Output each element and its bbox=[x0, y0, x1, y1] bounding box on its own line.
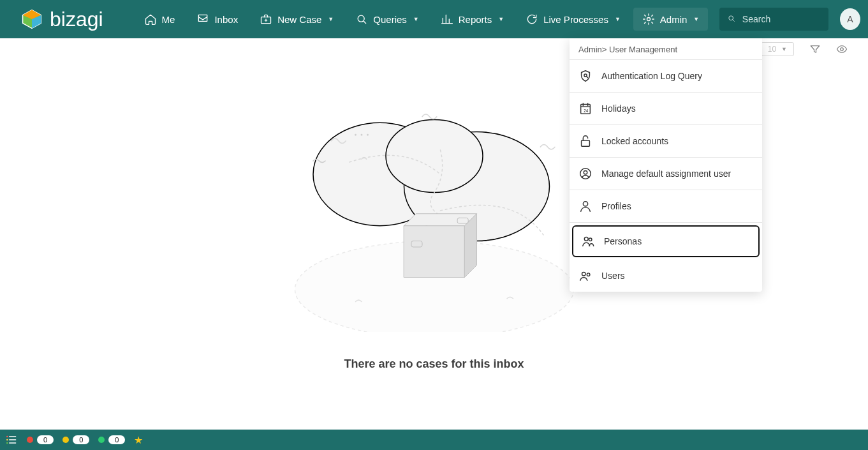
svg-point-30 bbox=[367, 134, 369, 136]
statusbar: 0 0 0 ★ bbox=[0, 430, 868, 450]
unlock-icon bbox=[578, 134, 592, 148]
svg-point-28 bbox=[355, 134, 357, 136]
logo-text: bizagi bbox=[50, 8, 103, 31]
status-red[interactable]: 0 bbox=[27, 435, 54, 444]
users-icon bbox=[578, 269, 592, 283]
status-green[interactable]: 0 bbox=[98, 435, 125, 444]
admin-item-holidays[interactable]: 24 Holidays bbox=[570, 93, 762, 125]
search-input[interactable] bbox=[741, 13, 821, 25]
chevron-down-icon: ▼ bbox=[498, 16, 504, 22]
dropdown-breadcrumb: Admin> User Management bbox=[570, 38, 762, 60]
logo[interactable]: bizagi bbox=[20, 8, 103, 31]
filter-icon[interactable] bbox=[809, 43, 821, 55]
admin-item-users[interactable]: Users bbox=[570, 260, 762, 292]
svg-point-32 bbox=[6, 439, 8, 441]
admin-item-default-assign[interactable]: Manage default assignment user bbox=[570, 158, 762, 190]
admin-item-label: Personas bbox=[604, 236, 642, 246]
svg-rect-11 bbox=[582, 140, 590, 146]
dot-red-icon bbox=[27, 437, 33, 443]
admin-item-personas[interactable]: Personas bbox=[572, 225, 760, 257]
shield-search-icon bbox=[578, 69, 592, 83]
svg-point-7 bbox=[841, 48, 844, 51]
avatar-initial: A bbox=[847, 14, 853, 24]
nav-label: New Case bbox=[277, 14, 321, 25]
svg-point-33 bbox=[6, 442, 8, 444]
rpp-value: 10 bbox=[768, 45, 776, 54]
eye-icon[interactable] bbox=[836, 43, 848, 55]
people-icon bbox=[581, 234, 595, 248]
status-yellow-count: 0 bbox=[73, 435, 89, 444]
rpp-select[interactable]: 10 ▼ bbox=[761, 42, 794, 56]
svg-point-17 bbox=[582, 273, 586, 276]
svg-point-13 bbox=[584, 170, 587, 174]
dot-yellow-icon bbox=[63, 437, 69, 443]
admin-item-profiles[interactable]: Profiles bbox=[570, 190, 762, 223]
nav-new-case[interactable]: New Case ▼ bbox=[251, 8, 342, 31]
logo-icon bbox=[20, 8, 43, 31]
admin-item-label: Manage default assignment user bbox=[601, 169, 731, 179]
admin-item-auth-log[interactable]: Authentication Log Query bbox=[570, 60, 762, 93]
calendar-icon: 24 bbox=[578, 101, 592, 116]
status-yellow[interactable]: 0 bbox=[63, 435, 89, 444]
avatar[interactable]: A bbox=[840, 8, 860, 30]
admin-item-label: Holidays bbox=[601, 103, 636, 114]
nav-queries[interactable]: Queries ▼ bbox=[346, 8, 427, 31]
admin-item-label: Users bbox=[601, 271, 625, 281]
star-icon[interactable]: ★ bbox=[134, 434, 143, 446]
search-icon bbox=[355, 13, 368, 26]
svg-marker-24 bbox=[404, 226, 464, 278]
svg-text:24: 24 bbox=[584, 109, 589, 113]
status-red-count: 0 bbox=[37, 435, 54, 444]
nav-label: Queries bbox=[373, 14, 407, 25]
svg-point-14 bbox=[583, 202, 587, 206]
chevron-down-icon: ▼ bbox=[615, 16, 621, 22]
nav-label: Admin bbox=[660, 14, 688, 25]
inbox-icon bbox=[196, 13, 209, 26]
svg-point-18 bbox=[587, 273, 590, 276]
search-box[interactable] bbox=[719, 8, 828, 31]
svg-point-15 bbox=[584, 237, 588, 241]
chevron-down-icon: ▼ bbox=[693, 16, 699, 22]
empty-message: There are no cases for this inbox bbox=[211, 357, 658, 371]
svg-point-29 bbox=[360, 134, 362, 136]
admin-dropdown: Admin> User Management Authentication Lo… bbox=[570, 38, 762, 292]
chart-icon bbox=[441, 13, 453, 26]
nav-inbox[interactable]: Inbox bbox=[188, 8, 247, 31]
chevron-down-icon: ▼ bbox=[781, 46, 787, 52]
search-icon bbox=[727, 14, 736, 24]
person-icon bbox=[578, 199, 592, 213]
nav-me[interactable]: Me bbox=[135, 8, 184, 31]
refresh-icon bbox=[526, 13, 538, 26]
admin-item-label: Locked accounts bbox=[601, 136, 668, 146]
nav-label: Inbox bbox=[214, 14, 238, 25]
admin-item-label: Authentication Log Query bbox=[601, 71, 702, 81]
nav-label: Reports bbox=[459, 14, 492, 25]
admin-item-locked[interactable]: Locked accounts bbox=[570, 125, 762, 158]
user-circle-icon bbox=[578, 167, 592, 181]
nav-reports[interactable]: Reports ▼ bbox=[432, 8, 513, 31]
gear-icon bbox=[642, 13, 655, 26]
svg-marker-23 bbox=[404, 214, 476, 226]
chevron-down-icon: ▼ bbox=[328, 16, 334, 22]
home-icon bbox=[144, 13, 157, 26]
svg-point-6 bbox=[729, 16, 733, 20]
nav-label: Live Processes bbox=[543, 14, 608, 25]
main-nav: Me Inbox New Case ▼ Queries ▼ Reports ▼ … bbox=[135, 8, 709, 31]
svg-point-22 bbox=[386, 120, 483, 193]
admin-item-label: Profiles bbox=[601, 201, 631, 211]
briefcase-plus-icon bbox=[260, 13, 272, 26]
svg-point-4 bbox=[358, 15, 364, 22]
nav-admin[interactable]: Admin ▼ bbox=[633, 8, 708, 31]
dot-green-icon bbox=[98, 437, 105, 443]
nav-live-processes[interactable]: Live Processes ▼ bbox=[517, 8, 629, 31]
topbar: bizagi Me Inbox New Case ▼ Queries ▼ Rep… bbox=[0, 0, 868, 38]
nav-label: Me bbox=[162, 14, 175, 25]
svg-point-16 bbox=[589, 238, 592, 241]
list-icon[interactable] bbox=[5, 433, 18, 446]
chevron-down-icon: ▼ bbox=[413, 16, 419, 22]
svg-point-5 bbox=[647, 18, 650, 21]
status-green-count: 0 bbox=[108, 435, 125, 444]
svg-point-31 bbox=[6, 436, 8, 438]
